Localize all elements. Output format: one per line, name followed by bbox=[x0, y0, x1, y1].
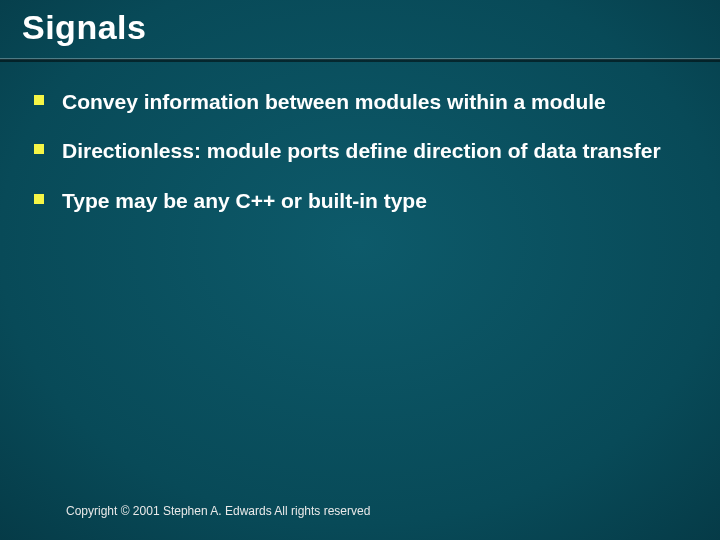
slide-body: Convey information between modules withi… bbox=[30, 88, 680, 236]
title-divider bbox=[0, 58, 720, 60]
bullet-text: Directionless: module ports define direc… bbox=[62, 137, 661, 164]
bullet-icon bbox=[34, 144, 44, 154]
bullet-text: Type may be any C++ or built-in type bbox=[62, 187, 427, 214]
list-item: Directionless: module ports define direc… bbox=[30, 137, 680, 164]
bullet-text: Convey information between modules withi… bbox=[62, 88, 606, 115]
list-item: Convey information between modules withi… bbox=[30, 88, 680, 115]
bullet-icon bbox=[34, 194, 44, 204]
copyright-footer: Copyright © 2001 Stephen A. Edwards All … bbox=[66, 504, 370, 518]
bullet-icon bbox=[34, 95, 44, 105]
list-item: Type may be any C++ or built-in type bbox=[30, 187, 680, 214]
slide-title: Signals bbox=[22, 8, 146, 47]
